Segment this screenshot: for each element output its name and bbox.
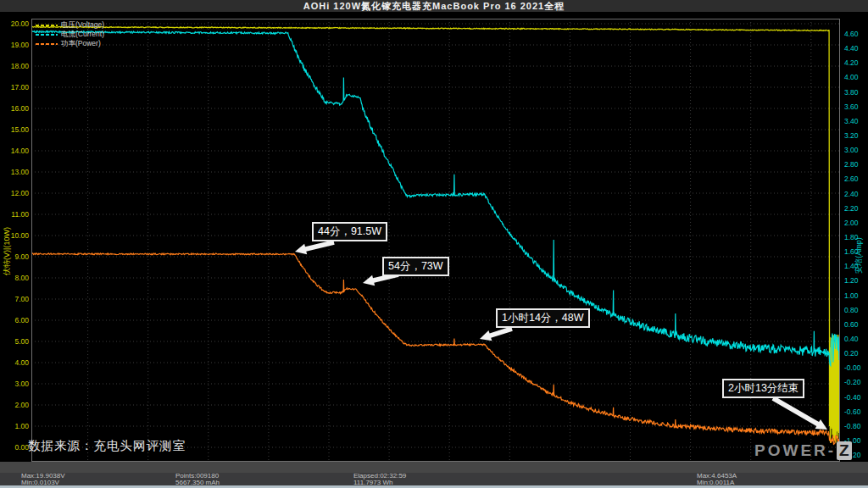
left-axis-tick: 19.00 <box>3 41 29 49</box>
legend-item-2: 功率(Power) <box>36 39 104 48</box>
left-axis-tick: 11.00 <box>3 210 29 219</box>
status-block-0: Max:19.9038VMin:0.0103V <box>21 473 65 485</box>
right-axis-tick: 3.80 <box>844 88 868 97</box>
left-axis-tick: 1.00 <box>3 422 29 430</box>
legend-item-1: 电流(Current) <box>36 30 104 39</box>
right-axis-tick: 4.20 <box>844 58 868 67</box>
right-axis-tick: 2.60 <box>844 175 868 183</box>
status-block-1: Points:0091805667.350 mAh <box>175 473 220 485</box>
annotation-box-1: 54分，73W <box>382 257 449 276</box>
right-axis-tick: 3.60 <box>844 103 868 111</box>
left-axis-tick: 14.00 <box>3 147 29 155</box>
watermark-z-logo: Z <box>837 441 852 460</box>
right-axis-tick: 4.40 <box>844 44 868 53</box>
left-axis-tick: 16.00 <box>3 104 29 113</box>
right-axis-tick: -0.80 <box>844 422 868 430</box>
source-note: 数据来源：充电头网评测室 <box>28 438 186 454</box>
left-axis-tick: 17.00 <box>3 83 29 92</box>
right-axis-tick: -0.20 <box>844 378 868 386</box>
right-axis-tick: 3.20 <box>844 131 868 140</box>
left-axis-tick: 7.00 <box>3 295 29 303</box>
left-axis-tick: 3.00 <box>3 380 29 388</box>
left-axis-tick: 12.00 <box>3 189 29 197</box>
x-axis-strip <box>0 462 868 473</box>
right-axis-tick: 1.20 <box>844 276 868 285</box>
right-axis-tick: 4.60 <box>844 30 868 38</box>
annotation-box-0: 44分，91.5W <box>312 222 387 241</box>
watermark-text: POWER- <box>754 441 836 459</box>
left-axis-tick: 5.00 <box>3 337 29 346</box>
legend-line-sample <box>36 25 58 26</box>
left-axis-tick: 6.00 <box>3 316 29 324</box>
right-axis-tick: 3.40 <box>844 117 868 125</box>
left-axis-tick: 18.00 <box>3 62 29 70</box>
right-axis-tick: 0.20 <box>844 349 868 358</box>
status-line: Min:0.0011A <box>697 480 737 486</box>
status-block-2: Elapsed:02:32:59111.7973 Wh <box>353 473 406 485</box>
right-axis-tick: 1.00 <box>844 291 868 300</box>
right-axis-tick: 0.80 <box>844 306 868 314</box>
legend-line-sample <box>36 34 58 36</box>
annotation-box-3: 2小时13分结束 <box>722 379 804 398</box>
right-axis-tick: 2.80 <box>844 160 868 169</box>
right-axis-tick: 1.40 <box>844 262 868 270</box>
left-axis-tick: 4.00 <box>3 358 29 367</box>
status-line: Min:0.0103V <box>21 480 65 486</box>
left-axis-tick: 8.00 <box>3 274 29 282</box>
power-z-chart-window: AOHi 120W氮化镓充电器充MacBook Pro 16 2021全程 电压… <box>0 0 868 488</box>
plot-area-border <box>31 19 840 462</box>
status-block-3: Max:4.6453AMin:0.0011A <box>697 473 737 485</box>
legend-item-0: 电压(Voltage) <box>36 20 104 30</box>
power-z-watermark: POWER-Z <box>754 441 852 460</box>
right-axis-tick: 3.00 <box>844 146 868 154</box>
left-axis-tick: 15.00 <box>3 125 29 134</box>
right-axis-tick: -0.00 <box>844 363 868 372</box>
legend-label: 功率(Power) <box>61 39 101 49</box>
right-axis-tick: 1.80 <box>844 233 868 241</box>
annotation-box-2: 1小时14分，48W <box>496 308 590 328</box>
status-bar <box>0 473 868 485</box>
status-line: 111.7973 Wh <box>353 480 406 486</box>
right-axis-tick: 4.00 <box>844 73 868 81</box>
right-axis-tick: 1.60 <box>844 247 868 256</box>
left-axis-tick: 9.00 <box>3 252 29 261</box>
legend: 电压(Voltage)电流(Current)功率(Power) <box>36 20 104 48</box>
right-axis-tick: 0.40 <box>844 335 868 343</box>
right-axis-tick: -0.40 <box>844 393 868 402</box>
left-axis-tick: 13.00 <box>3 168 29 176</box>
right-axis-tick: 2.00 <box>844 219 868 227</box>
left-axis-tick: 0.00 <box>3 443 29 452</box>
left-axis-tick: 2.00 <box>3 401 29 409</box>
right-axis-tick: -0.60 <box>844 408 868 416</box>
left-axis-tick: 10.00 <box>3 231 29 240</box>
status-line: 5667.350 mAh <box>175 480 220 486</box>
legend-line-sample <box>36 43 58 45</box>
left-axis-tick: 20.00 <box>3 19 29 28</box>
right-axis-tick: 2.20 <box>844 204 868 213</box>
right-axis-tick: 0.60 <box>844 320 868 329</box>
right-axis-tick: 2.40 <box>844 190 868 198</box>
